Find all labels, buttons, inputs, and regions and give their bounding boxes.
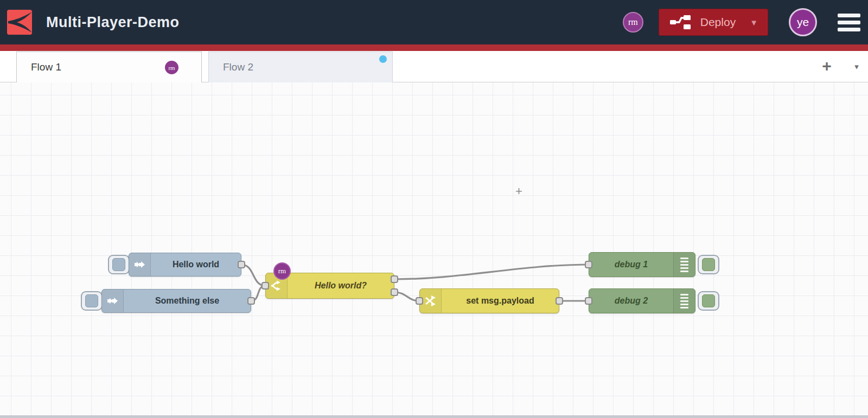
hamburger-bar <box>838 14 860 17</box>
inject-trigger-button[interactable] <box>81 291 103 311</box>
crossed-arrows-icon <box>420 289 442 313</box>
node-label: Something else <box>124 296 251 306</box>
wires-layer <box>0 82 868 418</box>
debug-button-inner <box>702 258 715 271</box>
input-port[interactable] <box>261 282 269 290</box>
node-debug-1[interactable]: debug 1 <box>589 252 695 277</box>
inject-button-inner <box>85 294 98 307</box>
debug-button-inner <box>702 294 715 307</box>
user-avatar-ye[interactable]: ye <box>789 8 817 36</box>
tab-list-caret-icon[interactable]: ▾ <box>847 57 866 76</box>
wire[interactable] <box>394 265 589 279</box>
inject-trigger-button[interactable] <box>108 255 130 274</box>
output-port[interactable] <box>247 297 255 305</box>
input-port[interactable] <box>585 261 592 268</box>
node-label: set msg.payload <box>442 296 559 306</box>
node-inject-hello-world[interactable]: Hello world <box>129 253 241 276</box>
activity-dot-icon <box>379 55 387 63</box>
debug-toggle-button[interactable] <box>698 291 719 311</box>
hamburger-menu-icon[interactable] <box>838 14 860 31</box>
output-port[interactable] <box>391 275 398 283</box>
input-port[interactable] <box>416 297 423 305</box>
cursor-crosshair: + <box>515 184 522 198</box>
deploy-button[interactable]: Deploy ▼ <box>659 9 768 36</box>
node-label: debug 2 <box>589 296 673 306</box>
flow-tab-bar: Flow 1 rm Flow 2 + ▾ <box>0 51 868 82</box>
node-label: debug 1 <box>589 260 673 269</box>
node-label: Hello world <box>151 260 241 269</box>
header-bar: Multi-Player-Demo rm Deploy ▼ ye <box>0 0 868 44</box>
tab-label: Flow 1 <box>31 61 61 73</box>
deploy-caret-icon[interactable]: ▼ <box>750 18 758 27</box>
tab-flow-2[interactable]: Flow 2 <box>208 52 393 82</box>
inject-button-inner <box>112 258 125 271</box>
output-port[interactable] <box>556 297 563 305</box>
inject-arrow-icon <box>102 290 124 312</box>
add-flow-button[interactable]: + <box>816 55 838 77</box>
hamburger-bar <box>838 21 860 24</box>
output-port[interactable] <box>391 288 398 296</box>
deploy-label: Deploy <box>700 16 736 29</box>
deploy-nodes-icon <box>670 14 691 30</box>
node-change-set-payload[interactable]: set msg.payload <box>419 288 559 313</box>
input-port[interactable] <box>585 297 592 305</box>
collaborator-badge-rm: rm <box>165 61 178 74</box>
header-accent-divider <box>0 44 868 51</box>
list-lines-icon <box>673 289 695 313</box>
node-red-logo-icon[interactable] <box>7 10 32 35</box>
hamburger-bar <box>838 28 860 31</box>
node-inject-something-else[interactable]: Something else <box>101 289 251 313</box>
node-label: Hello world? <box>288 281 394 291</box>
tab-label: Flow 2 <box>223 61 253 73</box>
page-title: Multi-Player-Demo <box>46 14 180 31</box>
collaborator-badge-rm: rm <box>273 262 291 280</box>
tab-flow-1[interactable]: Flow 1 rm <box>16 52 202 82</box>
bottom-edge-strip <box>0 415 868 418</box>
output-port[interactable] <box>238 261 245 268</box>
list-lines-icon <box>673 253 695 276</box>
collaborator-avatar-rm[interactable]: rm <box>623 12 643 33</box>
node-debug-2[interactable]: debug 2 <box>589 288 695 313</box>
debug-toggle-button[interactable] <box>698 255 719 274</box>
flow-canvas[interactable]: Hello world Something else Hello world? … <box>0 82 868 418</box>
inject-arrow-icon <box>129 253 151 276</box>
